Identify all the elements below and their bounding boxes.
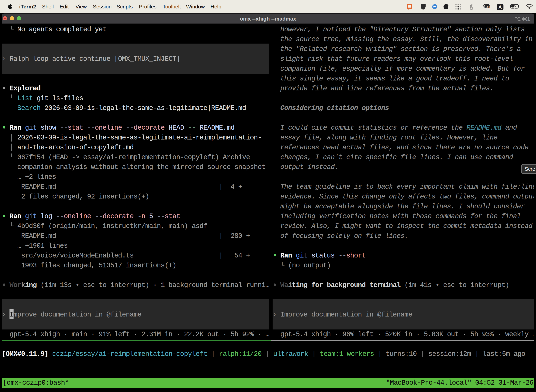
svg-text:1: 1: [527, 16, 530, 22]
svg-text:..61: ..61: [486, 5, 490, 9]
svg-text:A: A: [498, 5, 502, 10]
